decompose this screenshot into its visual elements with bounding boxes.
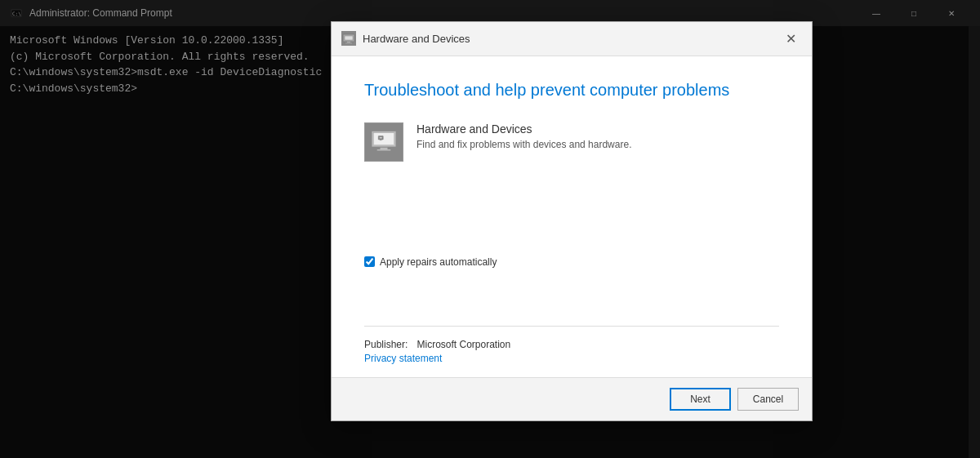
publisher-area: Publisher: Microsoft Corporation Privacy… [332,327,812,377]
svg-rect-13 [381,140,382,140]
svg-rect-6 [345,43,352,44]
dialog-overlay: Hardware and Devices ✕ Troubleshoot and … [0,0,980,458]
svg-rect-8 [373,132,394,145]
dialog-close-button[interactable]: ✕ [779,27,802,50]
publisher-label: Publisher: [364,339,413,350]
dialog-window: Hardware and Devices ✕ Troubleshoot and … [331,21,813,421]
auto-repair-checkbox[interactable] [364,256,375,267]
dialog-body: Troubleshoot and help prevent computer p… [332,56,812,326]
dialog-heading: Troubleshoot and help prevent computer p… [364,81,779,100]
dialog-titlebar: Hardware and Devices ✕ [332,22,812,56]
checkbox-label: Apply repairs automatically [380,256,497,268]
svg-rect-12 [380,137,382,139]
dialog-titlebar-icon [341,31,356,46]
device-description: Find and fix problems with devices and h… [416,139,631,150]
monitor-svg [369,127,399,157]
device-item: Hardware and Devices Find and fix proble… [364,122,779,162]
cancel-button[interactable]: Cancel [737,388,799,411]
hardware-icon [342,32,355,45]
device-icon [364,122,403,162]
publisher-value: Microsoft Corporation [416,339,510,350]
privacy-link[interactable]: Privacy statement [364,351,779,372]
next-button[interactable]: Next [670,388,731,411]
svg-rect-5 [347,42,350,43]
svg-rect-10 [377,149,391,151]
device-info: Hardware and Devices Find and fix proble… [416,122,631,150]
device-name: Hardware and Devices [416,122,631,136]
svg-rect-9 [381,147,388,149]
svg-rect-4 [345,36,353,40]
checkbox-area: Apply repairs automatically [364,243,779,278]
dialog-footer: Next Cancel [332,377,812,420]
dialog-title-text: Hardware and Devices [363,33,779,45]
